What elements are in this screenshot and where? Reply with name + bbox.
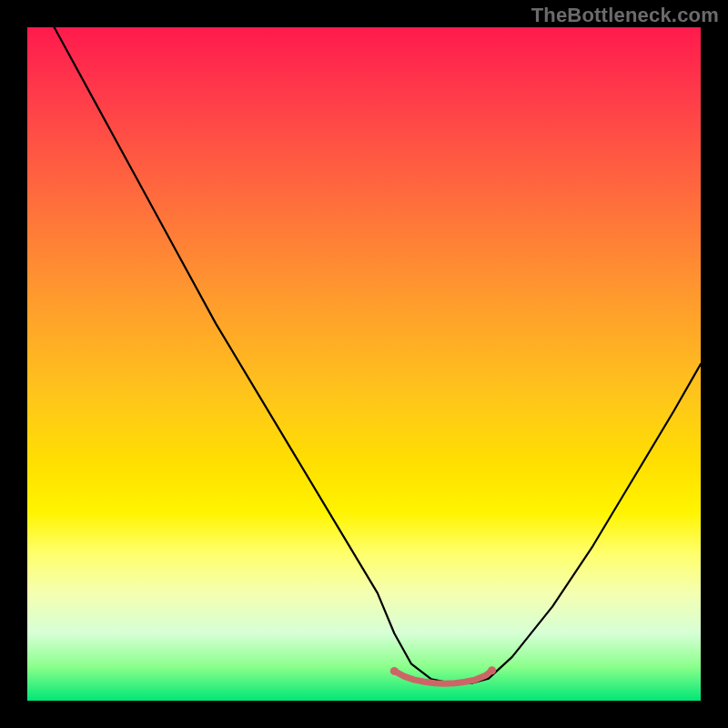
- bottleneck-curve: [55, 27, 701, 683]
- chart-svg: [27, 27, 701, 701]
- valley-endpoint-left: [390, 667, 399, 675]
- watermark-label: TheBottleneck.com: [531, 4, 719, 27]
- chart-frame: TheBottleneck.com: [0, 0, 728, 728]
- valley-highlight: [394, 671, 491, 683]
- valley-endpoint-right: [488, 666, 496, 674]
